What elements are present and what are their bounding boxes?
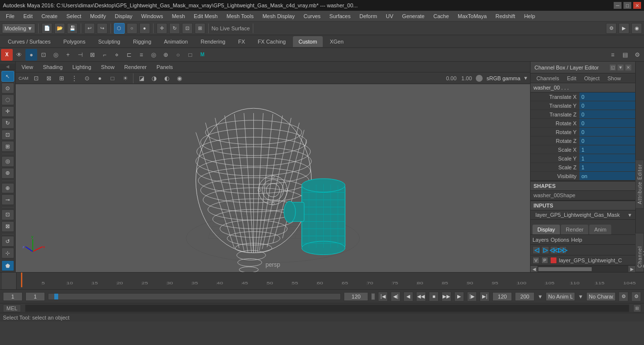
tool-snap-together[interactable]: ⊕ xyxy=(1,183,14,194)
scroll-left[interactable]: ◀ xyxy=(531,266,537,273)
playback-anim-settings[interactable]: ⚙ xyxy=(619,292,628,301)
menu-mesh[interactable]: Mesh xyxy=(168,12,189,20)
tab-fx-caching[interactable]: FX Caching xyxy=(252,36,291,47)
vp-camera-toggle[interactable]: CAM xyxy=(18,72,29,84)
menu-windows[interactable]: Windows xyxy=(137,12,167,20)
vp-ao[interactable]: ◉ xyxy=(174,72,185,84)
tool-rotate[interactable]: ↻ xyxy=(1,118,14,129)
tool-select[interactable]: ↖ xyxy=(1,71,14,82)
rp-close-btn[interactable]: ✕ xyxy=(625,65,631,70)
playback-next-frame[interactable]: ▶ xyxy=(454,292,464,301)
ch-value-rx[interactable]: 0 xyxy=(579,119,635,127)
menu-mesh-display[interactable]: Mesh Display xyxy=(259,12,299,20)
ch-value-tz[interactable]: 0 xyxy=(579,110,635,118)
icon-isolate[interactable]: 👁 xyxy=(13,49,25,61)
vp-shadows[interactable]: ◐ xyxy=(161,72,173,84)
playback-stop[interactable]: ■ xyxy=(429,292,439,301)
icon-target-weld[interactable]: ◎ xyxy=(148,49,159,61)
vp-grid-toggle[interactable]: ⋮ xyxy=(68,72,80,84)
tool-lasso[interactable]: ◌ xyxy=(1,94,14,105)
vp-menu-shading[interactable]: Shading xyxy=(40,63,66,71)
playback-prev-frame[interactable]: ◀ xyxy=(403,292,413,301)
vp-backface[interactable]: ◑ xyxy=(148,72,160,84)
ch-value-sy[interactable]: 1 xyxy=(579,154,635,162)
tool-move[interactable]: ✛ xyxy=(1,106,14,117)
transform-btn[interactable]: ⊞ xyxy=(195,23,205,34)
sidebar-collapse[interactable]: ◀ xyxy=(0,64,15,70)
menu-curves[interactable]: Curves xyxy=(300,12,325,20)
menu-maxtomaya[interactable]: MaxToMaya xyxy=(454,12,490,20)
timeline-slider[interactable] xyxy=(48,293,341,300)
lasso-btn[interactable]: ○ xyxy=(127,23,137,34)
command-input[interactable] xyxy=(25,304,629,312)
mel-label[interactable]: MEL xyxy=(3,304,21,312)
tab-rendering[interactable]: Rendering xyxy=(195,36,231,47)
ch-value-rz[interactable]: 0 xyxy=(579,137,635,145)
tab-xgen[interactable]: XGen xyxy=(324,36,349,47)
menu-deform[interactable]: Deform xyxy=(355,12,381,20)
tab-polygons[interactable]: Polygons xyxy=(57,36,91,47)
menu-file[interactable]: File xyxy=(2,12,19,20)
icon-xgen[interactable]: X xyxy=(1,49,13,61)
icon-add-geo[interactable]: + xyxy=(62,49,74,61)
open-scene-btn[interactable]: 📂 xyxy=(54,23,65,34)
layer-menu-options[interactable]: Options xyxy=(551,237,569,243)
menu-modify[interactable]: Modify xyxy=(86,12,110,20)
close-button[interactable]: ✕ xyxy=(633,2,641,9)
mode-selector[interactable]: Modeling ▼ xyxy=(2,23,35,33)
ch-value-sz[interactable]: 1 xyxy=(579,163,635,171)
menu-help[interactable]: Help xyxy=(520,12,539,20)
menu-edit[interactable]: Edit xyxy=(20,12,37,20)
vp-lighting-toggle[interactable]: ☀ xyxy=(119,72,131,84)
tab-custom[interactable]: Custom xyxy=(293,36,323,47)
icon-extrude[interactable]: ⊏ xyxy=(123,49,135,61)
icon-wire[interactable]: ⊡ xyxy=(38,49,49,61)
tool-frame-all[interactable]: ⊡ xyxy=(1,209,14,220)
inputs-dropdown[interactable]: layer_GP5_Lightweight_Gas_Mask ▼ xyxy=(531,210,635,220)
vp-shaded-wire[interactable]: ◪ xyxy=(135,72,147,84)
playback-char-settings[interactable]: ⚙ xyxy=(631,292,641,301)
command-script-editor-btn[interactable]: ⊞ xyxy=(633,304,641,312)
layer-tab-anim[interactable]: Anim xyxy=(589,225,611,234)
minimize-button[interactable]: ─ xyxy=(614,2,622,9)
menu-cache[interactable]: Cache xyxy=(429,12,453,20)
tab-sculpting[interactable]: Sculpting xyxy=(92,36,126,47)
menu-generate[interactable]: Generate xyxy=(398,12,428,20)
icon-circularize[interactable]: ○ xyxy=(172,49,184,61)
new-scene-btn[interactable]: 📄 xyxy=(42,23,52,34)
tool-sculpt[interactable]: ⊛ xyxy=(1,168,14,179)
playback-play-forward[interactable]: ▶▶ xyxy=(442,292,451,301)
icon-tool-settings[interactable]: ⚙ xyxy=(631,49,643,61)
playback-frame-max[interactable] xyxy=(515,292,534,301)
playback-next-key[interactable]: |▶ xyxy=(467,292,477,301)
ch-value-vis[interactable]: on xyxy=(579,172,635,180)
layer-new-btn2[interactable]: ▷ xyxy=(541,246,549,254)
ch-value-ry[interactable]: 0 xyxy=(579,128,635,136)
icon-multi[interactable]: ⊠ xyxy=(87,49,98,61)
vp-menu-view[interactable]: View xyxy=(19,63,36,71)
ch-value-sx[interactable]: 1 xyxy=(579,145,635,154)
scale-btn[interactable]: ⊡ xyxy=(182,23,193,34)
ch-value-ty[interactable]: 0 xyxy=(579,101,635,110)
vp-color-profile-arrow[interactable]: ▼ xyxy=(523,75,528,81)
vp-menu-panels[interactable]: Panels xyxy=(154,63,176,71)
rotate-btn[interactable]: ↻ xyxy=(169,23,180,34)
inputs-arrow[interactable]: ▼ xyxy=(627,212,632,218)
icon-attr-editor-toggle[interactable]: ▤ xyxy=(619,49,631,61)
layer-new-btn4[interactable]: ▷▷ xyxy=(559,246,567,254)
tool-track[interactable]: ⊹ xyxy=(1,248,14,258)
tab-animation[interactable]: Animation xyxy=(158,36,194,47)
layer-tab-render[interactable]: Render xyxy=(561,225,588,234)
icon-smooth-shade[interactable]: ● xyxy=(25,49,37,61)
icon-fill-hole[interactable]: □ xyxy=(184,49,196,61)
icon-bridge[interactable]: ⋄ xyxy=(111,49,123,61)
vp-resolution[interactable]: ⊠ xyxy=(43,72,55,84)
menu-select[interactable]: Select xyxy=(63,12,86,20)
tab-curves-surfaces[interactable]: Curves / Surfaces xyxy=(2,36,56,47)
menu-display[interactable]: Display xyxy=(111,12,136,20)
playback-frame-end-range[interactable] xyxy=(344,292,368,301)
tab-object[interactable]: Object xyxy=(580,74,603,82)
scroll-track[interactable] xyxy=(538,267,627,271)
layer-new-btn3[interactable]: ◁◁ xyxy=(550,246,558,254)
icon-xray[interactable]: ◎ xyxy=(50,49,62,61)
